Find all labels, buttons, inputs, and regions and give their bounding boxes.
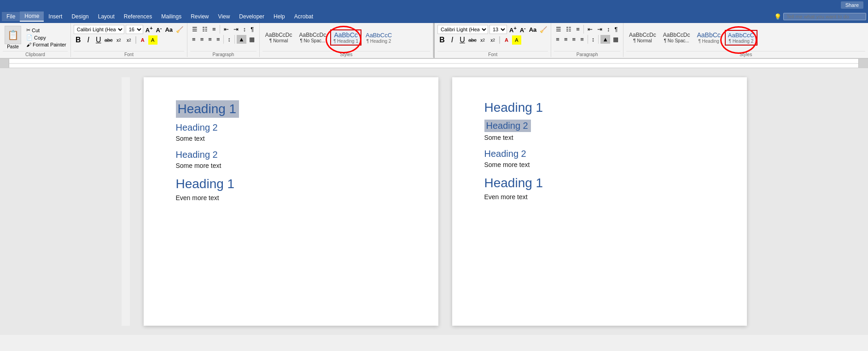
- shading-btn-right[interactable]: ▲: [600, 35, 610, 44]
- align-center-btn-right[interactable]: ≡: [562, 35, 570, 44]
- style-heading2-right[interactable]: AaBbCcC ¶ Heading 2: [725, 30, 757, 46]
- styles-group-right: AaBbCcDc ¶ Normal AaBbCcDc ¶ No Spac... …: [623, 23, 868, 57]
- ribbon-right: Calibri Light (Hea 13 A+ A- Aa 🧹 B I U a…: [435, 23, 868, 58]
- clear-format-btn-left[interactable]: 🧹: [175, 26, 184, 33]
- highlight-btn-right[interactable]: A: [512, 35, 521, 45]
- menu-item-developer[interactable]: Developer: [234, 12, 269, 21]
- strikethrough-btn-left[interactable]: abc: [104, 35, 113, 45]
- lightbulb-icon: 💡: [774, 13, 781, 20]
- style-normal-left[interactable]: AaBbCcDc ¶ Normal: [262, 30, 295, 45]
- copy-button[interactable]: 📄 Copy: [25, 34, 68, 41]
- decrease-font-btn-left[interactable]: A-: [155, 25, 163, 34]
- bullets-btn-left[interactable]: ☰: [190, 25, 199, 34]
- ribbon: 📋 Paste ✂ Cut 📄 Copy 🖌 Format Painter: [0, 23, 868, 59]
- increase-font-btn-left[interactable]: A+: [145, 25, 154, 34]
- decrease-font-btn-right[interactable]: A-: [519, 25, 527, 34]
- numbering-btn-right[interactable]: ☷: [564, 25, 573, 34]
- copy-icon: 📄: [26, 35, 33, 40]
- cut-button[interactable]: ✂ Cut: [25, 27, 68, 34]
- strikethrough-btn-right[interactable]: abc: [468, 35, 477, 45]
- italic-btn-right[interactable]: I: [448, 35, 457, 45]
- decrease-indent-btn-left[interactable]: ⇤: [222, 25, 231, 34]
- style-nospacing-left[interactable]: AaBbCcDc ¶ No Spac...: [297, 30, 329, 45]
- tell-me-bar: 💡: [774, 13, 866, 20]
- font-color-btn-left[interactable]: A: [138, 35, 147, 45]
- align-left-btn-left[interactable]: ≡: [190, 35, 198, 44]
- doc-heading2-left-2: Heading 2: [176, 150, 406, 160]
- subscript-btn-right[interactable]: x2: [478, 35, 487, 45]
- menu-item-acrobat[interactable]: Acrobat: [290, 12, 318, 21]
- menu-item-file[interactable]: File: [2, 12, 20, 21]
- format-painter-button[interactable]: 🖌 Format Painter: [25, 41, 68, 48]
- styles-label-left: Styles: [262, 51, 430, 57]
- show-para-btn-right[interactable]: ¶: [612, 25, 619, 34]
- underline-btn-right[interactable]: U: [458, 35, 467, 45]
- menu-item-home[interactable]: Home: [20, 12, 44, 22]
- font-size-select-right[interactable]: 13: [489, 25, 507, 34]
- change-case-btn-left[interactable]: Aa: [164, 26, 174, 33]
- ribbon-left: 📋 Paste ✂ Cut 📄 Copy 🖌 Format Painter: [0, 23, 435, 58]
- underline-btn-left[interactable]: U: [94, 35, 103, 45]
- menu-item-review[interactable]: Review: [186, 12, 213, 21]
- borders-btn-left[interactable]: ▦: [247, 35, 256, 44]
- style-nospacing-right[interactable]: AaBbCcDc ¶ No Spac...: [660, 30, 693, 45]
- paragraph-group-left: ☰ ☷ ≡ ⇤ ⇥ ↕ ¶ ≡ ≡ ≡ ≡ ↕ ▲: [187, 23, 260, 57]
- menu-item-insert[interactable]: Insert: [44, 12, 67, 21]
- sort-btn-left[interactable]: ↕: [241, 25, 248, 34]
- increase-indent-btn-left[interactable]: ⇥: [232, 25, 240, 34]
- align-left-btn-right[interactable]: ≡: [554, 35, 561, 44]
- style-heading2-left[interactable]: AaBbCcC ¶ Heading 2: [363, 30, 395, 45]
- bold-btn-right[interactable]: B: [437, 35, 447, 45]
- align-right-btn-right[interactable]: ≡: [571, 35, 578, 44]
- numbering-btn-left[interactable]: ☷: [200, 25, 210, 34]
- font-group-right: Calibri Light (Hea 13 A+ A- Aa 🧹 B I U a…: [435, 23, 551, 57]
- styles-group-left: AaBbCcDc ¶ Normal AaBbCcDc ¶ No Spac... …: [260, 23, 433, 57]
- superscript-btn-right[interactable]: x2: [488, 35, 497, 45]
- menu-item-layout[interactable]: Layout: [93, 12, 119, 21]
- font-name-select-right[interactable]: Calibri Light (Hea: [437, 25, 488, 34]
- line-spacing-btn-left[interactable]: ↕: [226, 35, 233, 44]
- justify-btn-left[interactable]: ≡: [215, 35, 222, 44]
- font-group-left: Calibri Light (Hea 16 A+ A- Aa 🧹 B I U a…: [71, 23, 187, 57]
- increase-indent-btn-right[interactable]: ⇥: [595, 25, 604, 34]
- align-center-btn-left[interactable]: ≡: [198, 35, 206, 44]
- font-name-select-left[interactable]: Calibri Light (Hea: [74, 25, 124, 34]
- font-size-select-left[interactable]: 16: [126, 25, 143, 34]
- sort-btn-right[interactable]: ↕: [605, 25, 612, 34]
- highlight-btn-left[interactable]: A: [148, 35, 157, 45]
- increase-font-btn-right[interactable]: A+: [508, 25, 518, 34]
- bullets-btn-right[interactable]: ☰: [554, 25, 563, 34]
- menu-item-help[interactable]: Help: [269, 12, 290, 21]
- change-case-btn-right[interactable]: Aa: [528, 26, 538, 33]
- menu-item-view[interactable]: View: [214, 12, 235, 21]
- cut-icon: ✂: [26, 27, 30, 33]
- clear-format-btn-right[interactable]: 🧹: [539, 26, 548, 33]
- italic-btn-left[interactable]: I: [84, 35, 93, 45]
- menu-item-references[interactable]: References: [119, 12, 157, 21]
- paste-button[interactable]: 📋 Paste: [3, 25, 23, 50]
- style-heading1-left[interactable]: AaBbCc ¶ Heading 1: [330, 29, 361, 46]
- style-normal-right[interactable]: AaBbCcDc ¶ Normal: [626, 30, 659, 45]
- borders-btn-right[interactable]: ▦: [611, 35, 620, 44]
- align-right-btn-left[interactable]: ≡: [206, 35, 214, 44]
- menu-item-design[interactable]: Design: [67, 12, 93, 21]
- font-color-btn-right[interactable]: A: [502, 35, 511, 45]
- subscript-btn-left[interactable]: x2: [114, 35, 123, 45]
- tell-me-input[interactable]: [783, 13, 866, 20]
- style-heading1-right[interactable]: AaBbCc ¶ Heading: [694, 30, 723, 45]
- shading-btn-left[interactable]: ▲: [237, 35, 246, 44]
- doc-heading2-left-1: Heading 2: [176, 122, 406, 133]
- superscript-btn-left[interactable]: x2: [124, 35, 134, 45]
- line-spacing-btn-right[interactable]: ↕: [590, 35, 597, 44]
- decrease-indent-btn-right[interactable]: ⇤: [586, 25, 594, 34]
- multi-level-list-btn-left[interactable]: ≡: [210, 25, 218, 34]
- share-button[interactable]: Share: [841, 1, 863, 9]
- bold-btn-left[interactable]: B: [74, 35, 83, 45]
- justify-btn-right[interactable]: ≡: [578, 35, 586, 44]
- paragraph-label-left: Paragraph: [190, 51, 256, 57]
- doc-heading1-left-1: Heading 1: [176, 100, 406, 118]
- doc-heading1-right-2: Heading 1: [484, 176, 715, 190]
- show-para-btn-left[interactable]: ¶: [249, 25, 256, 34]
- multi-level-list-btn-right[interactable]: ≡: [574, 25, 582, 34]
- menu-item-mailings[interactable]: Mailings: [157, 12, 186, 21]
